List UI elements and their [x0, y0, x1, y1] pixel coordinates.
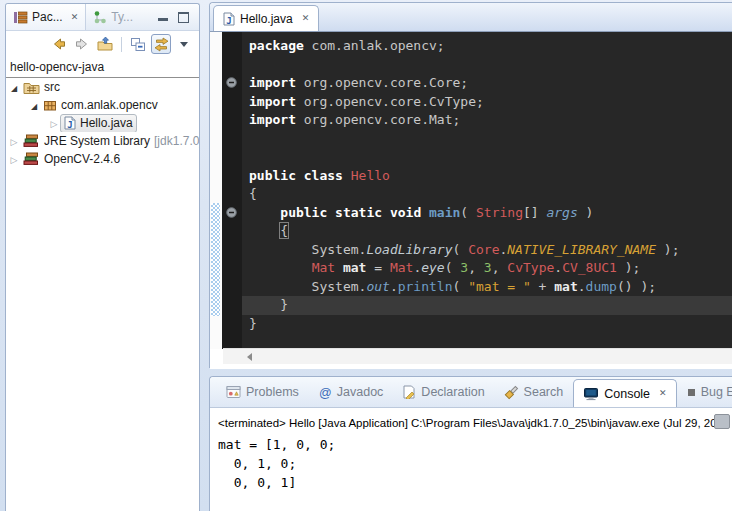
code-line[interactable]: } — [242, 296, 732, 315]
svg-text:J: J — [67, 120, 72, 130]
type-hierarchy-icon — [93, 10, 107, 25]
tree-item[interactable]: JRE System Library [jdk1.7.0_ — [6, 132, 199, 150]
java-file-icon: J — [64, 116, 76, 130]
package-explorer-icon — [13, 10, 28, 25]
tab-label: Console — [604, 387, 650, 401]
problems-icon — [226, 385, 241, 399]
tree-item[interactable]: src — [6, 78, 199, 96]
search-icon — [504, 385, 519, 400]
square-icon — [687, 388, 696, 397]
package-folder-icon — [23, 80, 40, 94]
annotation-ruler[interactable] — [210, 32, 222, 349]
tree-expander-icon[interactable] — [8, 153, 20, 165]
tab-console[interactable]: Console — [573, 379, 676, 407]
fold-collapse-icon[interactable] — [226, 77, 237, 88]
collapse-all-button[interactable] — [128, 34, 148, 54]
tab-type-hierarchy[interactable]: Ty... — [86, 4, 140, 30]
view-menu-button[interactable] — [174, 34, 194, 54]
tab-hello-java[interactable]: J Hello.java — [213, 5, 319, 31]
tree-expander-icon[interactable] — [8, 81, 20, 93]
code-line[interactable]: } — [242, 315, 732, 334]
tree-item-decoration: [jdk1.7.0_ — [154, 134, 199, 148]
scroll-left-arrow-icon[interactable] — [247, 353, 252, 361]
code-line[interactable]: { — [242, 185, 732, 204]
fold-collapse-icon[interactable] — [226, 207, 237, 218]
java-file-icon: J — [223, 12, 235, 26]
close-icon[interactable] — [71, 13, 79, 22]
code-line[interactable] — [242, 148, 732, 167]
library-icon — [23, 134, 40, 148]
console-toolbar-icon[interactable] — [714, 414, 730, 429]
code-line[interactable] — [242, 130, 732, 149]
maximize-icon[interactable] — [178, 12, 189, 23]
svg-text:J: J — [226, 15, 231, 25]
horizontal-scrollbar[interactable] — [223, 348, 732, 364]
tab-label: Bug Explorer — [701, 385, 732, 399]
tree-item[interactable]: com.anlak.opencv — [6, 96, 199, 114]
bottom-view-tabbar: Problems@JavadocDeclarationSearchConsole… — [210, 377, 732, 408]
folding-gutter[interactable] — [222, 32, 242, 349]
tree-expander-icon[interactable] — [8, 135, 20, 147]
package-explorer-toolbar — [6, 31, 199, 57]
declaration-icon — [402, 385, 416, 399]
javadoc-icon: @ — [318, 385, 332, 399]
tree-expander-icon[interactable] — [28, 99, 40, 111]
project-tree: hello-opencv-java srccom.anlak.opencvJHe… — [6, 57, 199, 168]
tab-search[interactable]: Search — [495, 377, 573, 407]
console-output-line: 0, 0, 1] — [218, 473, 731, 492]
up-button[interactable] — [95, 34, 115, 54]
code-line[interactable]: System.out.println( "mat = " + mat.dump(… — [242, 278, 732, 297]
view-window-buttons — [158, 9, 199, 25]
console-output[interactable]: mat = [1, 0, 0; 0, 1, 0; 0, 0, 1] — [210, 432, 732, 495]
library-icon — [23, 152, 40, 166]
link-with-editor-button[interactable] — [151, 34, 171, 54]
editor-area: J Hello.java package com.anlak.opencv;im… — [209, 2, 732, 368]
tree-item-label: src — [44, 80, 60, 94]
code-line[interactable]: import org.opencv.core.Mat; — [242, 111, 732, 130]
tab-package-explorer[interactable]: Pac... — [6, 4, 86, 30]
forward-button[interactable] — [72, 34, 92, 54]
project-root-label[interactable]: hello-opencv-java — [6, 57, 199, 78]
tree-item-label: JRE System Library — [44, 134, 150, 148]
tab-label: Javadoc — [337, 385, 384, 399]
svg-text:@: @ — [319, 386, 332, 400]
tree-expander-icon[interactable] — [48, 117, 60, 129]
tree-item-label: OpenCV-2.4.6 — [44, 152, 120, 166]
tab-label: Search — [524, 385, 564, 399]
tree-item[interactable]: JHello.java — [6, 114, 199, 132]
code-line[interactable]: { — [242, 222, 732, 241]
tab-label: Hello.java — [240, 12, 293, 26]
range-indicator — [211, 203, 220, 316]
package-explorer-panel: Pac... Ty... hello-opencv-java srccom.an… — [5, 3, 200, 511]
minimize-icon[interactable] — [158, 9, 168, 21]
tab-problems[interactable]: Problems — [217, 377, 308, 407]
console-status-line: <terminated> Hello [Java Application] C:… — [210, 408, 732, 432]
console-icon — [583, 387, 599, 401]
tab-label: Declaration — [421, 385, 484, 399]
toolbar-separator — [121, 37, 122, 52]
code-line[interactable]: public static void main( String[] args ) — [242, 204, 732, 223]
back-button[interactable] — [49, 34, 69, 54]
code-line[interactable]: public class Hello — [242, 167, 732, 186]
editor-tabbar: J Hello.java — [210, 3, 732, 32]
left-view-tabbar: Pac... Ty... — [6, 4, 199, 31]
code-line[interactable]: package com.anlak.opencv; — [242, 37, 732, 56]
code-line[interactable]: System.LoadLibrary( Core.NATIVE_LIBRARY_… — [242, 241, 732, 260]
tab-declaration[interactable]: Declaration — [393, 377, 493, 407]
tab-javadoc[interactable]: @Javadoc — [309, 377, 393, 407]
code-line[interactable]: import org.opencv.core.Core; — [242, 74, 732, 93]
console-output-line: mat = [1, 0, 0; — [218, 435, 731, 454]
tree-item[interactable]: OpenCV-2.4.6 — [6, 150, 199, 168]
package-icon — [43, 99, 57, 112]
console-output-line: 0, 1, 0; — [218, 454, 731, 473]
code-line[interactable] — [242, 56, 732, 75]
tab-label: Problems — [246, 385, 299, 399]
close-icon[interactable] — [302, 14, 310, 23]
code-line[interactable]: import org.opencv.core.CvType; — [242, 93, 732, 112]
code-editor[interactable]: package com.anlak.opencv;import org.open… — [242, 32, 732, 349]
tab-bug-explorer[interactable]: Bug Explorer — [678, 377, 732, 407]
chevron-down-icon — [180, 42, 188, 47]
tree-item-label: com.anlak.opencv — [61, 98, 158, 112]
code-line[interactable]: Mat mat = Mat.eye( 3, 3, CvType.CV_8UC1 … — [242, 259, 732, 278]
close-icon[interactable] — [659, 389, 667, 398]
